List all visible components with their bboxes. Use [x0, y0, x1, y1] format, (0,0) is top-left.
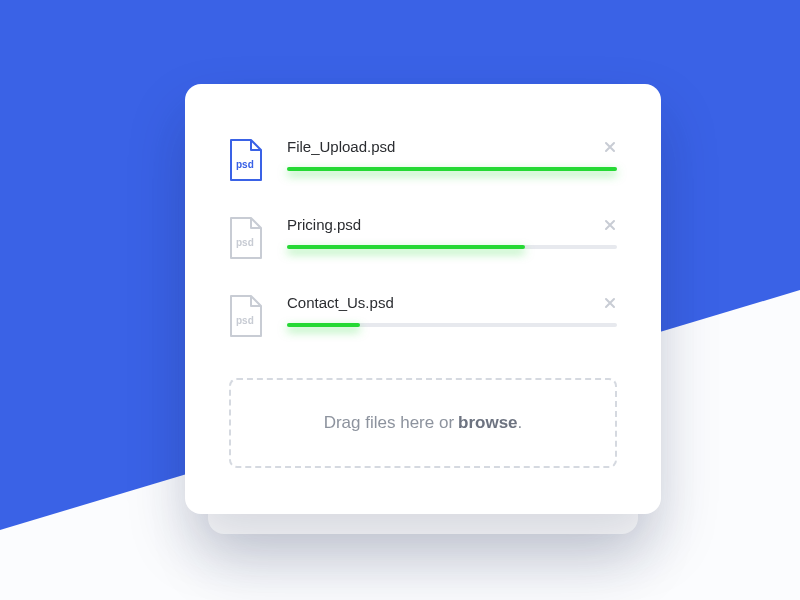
remove-file-button[interactable] — [603, 296, 617, 310]
upload-item: psd Pricing.psd — [229, 216, 617, 260]
upload-item: psd File_Upload.psd — [229, 138, 617, 182]
progress-bar — [287, 245, 525, 249]
progress-bar — [287, 167, 617, 171]
file-name: File_Upload.psd — [287, 138, 395, 155]
upload-card: psd File_Upload.psd — [185, 84, 661, 514]
svg-text:psd: psd — [236, 159, 254, 170]
upload-item: psd Contact_Us.psd — [229, 294, 617, 338]
dropzone-text: Drag files here or — [324, 413, 454, 433]
progress-bar — [287, 323, 360, 327]
file-name: Pricing.psd — [287, 216, 361, 233]
progress-track — [287, 245, 617, 249]
file-psd-icon: psd — [229, 216, 263, 260]
svg-text:psd: psd — [236, 315, 254, 326]
file-name: Contact_Us.psd — [287, 294, 394, 311]
progress-track — [287, 323, 617, 327]
progress-track — [287, 167, 617, 171]
dropzone[interactable]: Drag files here or browse. — [229, 378, 617, 468]
svg-text:psd: psd — [236, 237, 254, 248]
remove-file-button[interactable] — [603, 218, 617, 232]
browse-link[interactable]: browse — [458, 413, 518, 433]
remove-file-button[interactable] — [603, 140, 617, 154]
file-psd-icon: psd — [229, 138, 263, 182]
dropzone-suffix: . — [518, 413, 523, 433]
file-psd-icon: psd — [229, 294, 263, 338]
